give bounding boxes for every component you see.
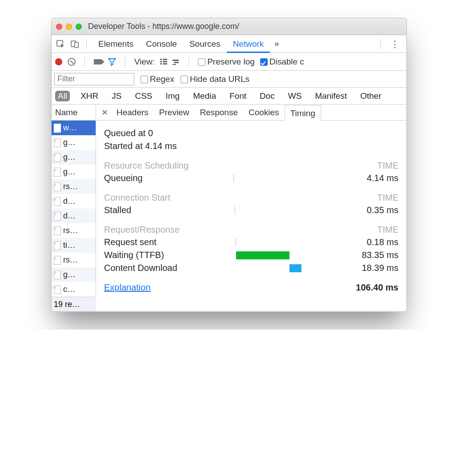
request-list: ≡w…≡g…≡g…≡g…≡rs…≡d…≡d…≡rs…≡ti…≡rs…≡g…≡c… bbox=[52, 121, 96, 297]
request-name: g… bbox=[63, 167, 76, 177]
regex-option[interactable]: Regex bbox=[141, 74, 174, 84]
tab-network[interactable]: Network bbox=[227, 35, 270, 53]
request-row[interactable]: ≡rs… bbox=[52, 223, 96, 238]
timing-value: 0.35 ms bbox=[331, 205, 398, 215]
explanation-link[interactable]: Explanation bbox=[104, 282, 151, 293]
device-toolbar-icon[interactable] bbox=[68, 38, 81, 50]
tab-elements[interactable]: Elements bbox=[92, 35, 140, 53]
timing-label: Stalled bbox=[104, 205, 233, 215]
time-column-label: TIME bbox=[377, 225, 398, 235]
request-list-wrapper: ≡w…≡g…≡g…≡g…≡rs…≡d…≡d…≡rs…≡ti…≡rs…≡g…≡c…… bbox=[52, 121, 96, 311]
timing-value: 18.39 ms bbox=[331, 263, 398, 273]
window-controls bbox=[56, 24, 82, 30]
timing-row: Request sent0.18 ms bbox=[104, 236, 398, 249]
window-title: Developer Tools - https://www.google.com… bbox=[88, 22, 239, 31]
filter-ws[interactable]: WS bbox=[285, 91, 305, 101]
tabs-overflow-icon[interactable]: » bbox=[270, 39, 283, 48]
checkbox-checked-icon[interactable] bbox=[260, 58, 268, 66]
filter-xhr[interactable]: XHR bbox=[78, 91, 101, 101]
tab-timing[interactable]: Timing bbox=[285, 105, 321, 121]
filter-all[interactable]: All bbox=[55, 91, 70, 101]
file-icon: ≡ bbox=[54, 124, 61, 133]
started-at: Started at 4.14 ms bbox=[104, 140, 398, 153]
tab-cookies[interactable]: Cookies bbox=[243, 105, 285, 121]
tab-response[interactable]: Response bbox=[194, 105, 243, 121]
section-title: Connection Start bbox=[104, 193, 170, 203]
request-row[interactable]: ≡rs… bbox=[52, 179, 96, 194]
body: ≡w…≡g…≡g…≡g…≡rs…≡d…≡d…≡rs…≡ti…≡rs…≡g…≡c…… bbox=[52, 121, 406, 311]
view-label: View: bbox=[134, 57, 155, 67]
kebab-menu-icon[interactable]: ⋮ bbox=[386, 39, 404, 49]
request-row[interactable]: ≡g… bbox=[52, 165, 96, 179]
filter-other[interactable]: Other bbox=[358, 91, 384, 101]
request-name: c… bbox=[63, 285, 75, 294]
filter-media[interactable]: Media bbox=[190, 91, 219, 101]
titlebar: Developer Tools - https://www.google.com… bbox=[52, 18, 406, 35]
request-name: g… bbox=[63, 153, 76, 162]
tab-headers[interactable]: Headers bbox=[111, 105, 154, 121]
request-row[interactable]: ≡d… bbox=[52, 209, 96, 223]
hide-data-urls-option[interactable]: Hide data URLs bbox=[181, 74, 249, 84]
network-toolbar: View: Preserve log Disable c bbox=[52, 53, 406, 71]
large-rows-icon[interactable] bbox=[160, 59, 167, 65]
request-row[interactable]: ≡g… bbox=[52, 135, 96, 150]
request-row[interactable]: ≡g… bbox=[52, 150, 96, 165]
zoom-window-icon[interactable] bbox=[76, 24, 82, 30]
filter-js[interactable]: JS bbox=[109, 91, 124, 101]
checkbox-icon[interactable] bbox=[141, 76, 148, 83]
separator bbox=[125, 57, 125, 67]
separator bbox=[380, 39, 381, 49]
filter-input[interactable] bbox=[54, 73, 134, 85]
filter-css[interactable]: CSS bbox=[132, 91, 155, 101]
request-row[interactable]: ≡ti… bbox=[52, 238, 96, 253]
timing-bar-segment bbox=[234, 206, 235, 214]
timing-bar bbox=[233, 173, 331, 183]
request-row[interactable]: ≡d… bbox=[52, 194, 96, 209]
screenshot-icon[interactable] bbox=[94, 59, 102, 65]
preserve-log-option[interactable]: Preserve log bbox=[198, 57, 255, 67]
waterfall-view-icon[interactable] bbox=[173, 59, 180, 65]
filter-font[interactable]: Font bbox=[227, 91, 249, 101]
name-column-header[interactable]: Name bbox=[52, 105, 96, 120]
separator bbox=[84, 57, 85, 67]
timing-value: 4.14 ms bbox=[331, 173, 398, 183]
disable-cache-option[interactable]: Disable c bbox=[260, 57, 304, 67]
tab-preview[interactable]: Preview bbox=[154, 105, 195, 121]
timing-panel: Queued at 0 Started at 4.14 ms Resource … bbox=[96, 121, 406, 311]
close-detail-icon[interactable]: ✕ bbox=[98, 108, 111, 117]
disable-cache-label: Disable c bbox=[269, 57, 304, 66]
checkbox-icon[interactable] bbox=[181, 76, 188, 83]
filter-doc[interactable]: Doc bbox=[257, 91, 277, 101]
timing-bar-segment bbox=[233, 174, 234, 182]
timing-label: Queueing bbox=[104, 173, 233, 183]
request-name: rs… bbox=[63, 255, 78, 265]
filter-icon[interactable] bbox=[108, 58, 116, 66]
file-icon: ≡ bbox=[54, 256, 61, 265]
timing-bar-segment bbox=[289, 264, 301, 272]
request-row[interactable]: ≡g… bbox=[52, 267, 96, 282]
filter-manifest[interactable]: Manifest bbox=[312, 91, 350, 101]
hide-data-urls-label: Hide data URLs bbox=[190, 74, 249, 84]
separator bbox=[189, 57, 189, 67]
tab-sources[interactable]: Sources bbox=[183, 35, 227, 53]
record-icon[interactable] bbox=[55, 58, 62, 65]
type-filter-bar: All XHR JS CSS Img Media Font Doc WS Man… bbox=[52, 88, 406, 105]
request-name: g… bbox=[63, 138, 76, 147]
file-icon: ≡ bbox=[54, 241, 61, 250]
clear-icon[interactable] bbox=[68, 58, 76, 66]
filter-bar: Regex Hide data URLs bbox=[52, 71, 406, 88]
request-name: rs… bbox=[63, 182, 78, 191]
checkbox-icon[interactable] bbox=[198, 58, 205, 66]
timing-bar bbox=[233, 206, 331, 215]
tab-console[interactable]: Console bbox=[140, 35, 183, 53]
filter-img[interactable]: Img bbox=[163, 91, 183, 101]
request-row[interactable]: ≡rs… bbox=[52, 253, 96, 267]
close-window-icon[interactable] bbox=[56, 24, 62, 30]
request-row[interactable]: ≡c… bbox=[52, 282, 96, 297]
section-title: Resource Scheduling bbox=[104, 161, 189, 171]
minimize-window-icon[interactable] bbox=[66, 24, 72, 30]
timing-bar bbox=[233, 238, 331, 247]
regex-label: Regex bbox=[150, 74, 174, 84]
inspect-element-icon[interactable] bbox=[54, 38, 67, 50]
request-row[interactable]: ≡w… bbox=[52, 121, 96, 135]
